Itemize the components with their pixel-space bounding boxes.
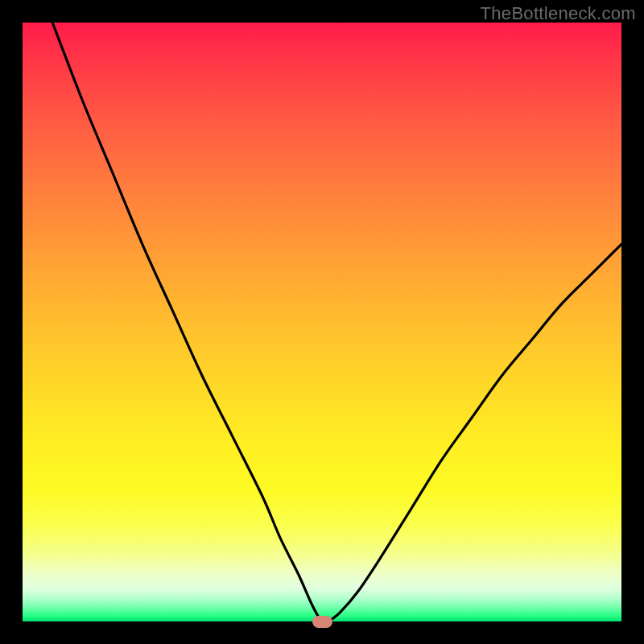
chart-frame: TheBottleneck.com bbox=[0, 0, 644, 644]
plot-area bbox=[23, 23, 621, 621]
bottleneck-curve bbox=[23, 23, 621, 621]
watermark-text: TheBottleneck.com bbox=[481, 3, 636, 24]
minimum-marker bbox=[312, 616, 332, 628]
